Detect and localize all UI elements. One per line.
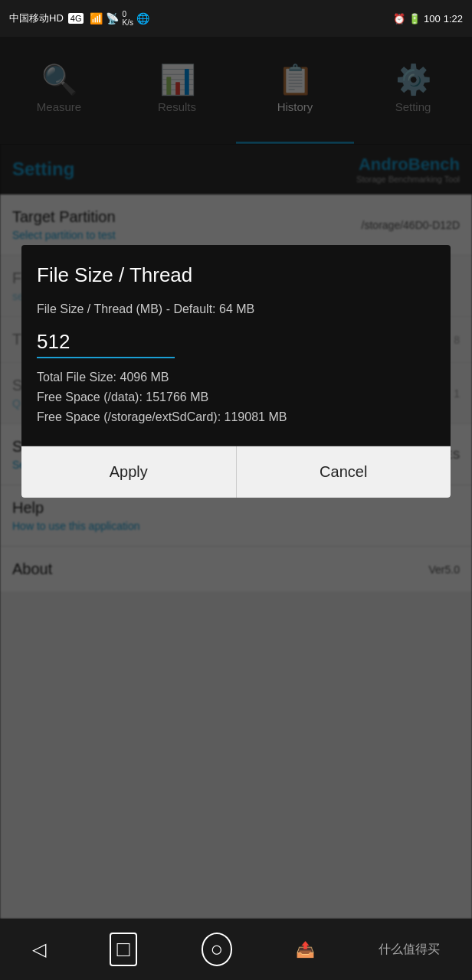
signal-icon: 📶	[90, 12, 103, 24]
apply-button[interactable]: Apply	[21, 446, 237, 498]
wifi-icon: 📡	[106, 12, 119, 24]
dialog-label: File Size / Thread (MB) - Default: 64 MB	[37, 302, 435, 316]
bottom-nav: ◁ □ ○ 📤 什么值得买	[0, 919, 472, 980]
speed-text: 0K/s	[122, 10, 133, 27]
network-badge: 4G	[68, 13, 84, 24]
battery-text: 100	[424, 13, 441, 24]
cancel-button[interactable]: Cancel	[237, 446, 451, 498]
dialog-actions: Apply Cancel	[21, 446, 451, 498]
dialog-title: File Size / Thread	[37, 263, 435, 287]
recents-button[interactable]: ○	[202, 933, 233, 966]
battery-icon: 🔋	[408, 13, 421, 24]
home-button[interactable]: □	[110, 933, 138, 966]
file-size-input[interactable]	[37, 327, 175, 358]
globe-icon: 🌐	[136, 12, 149, 24]
comment-icon: 什么值得买	[379, 942, 440, 958]
time-text: 1:22	[444, 13, 463, 24]
file-size-dialog: File Size / Thread File Size / Thread (M…	[21, 245, 451, 498]
share-icon[interactable]: 📤	[296, 940, 315, 959]
dialog-body: File Size / Thread File Size / Thread (M…	[21, 245, 451, 446]
free-space-storage-info: Free Space (/storage/extSdCard): 119081 …	[37, 410, 435, 424]
status-bar: 中国移动HD 4G 📶 📡 0K/s 🌐 ⏰ 🔋 100 1:22	[0, 0, 472, 37]
total-file-size-info: Total File Size: 4096 MB	[37, 371, 435, 384]
status-right: ⏰ 🔋 100 1:22	[393, 13, 463, 24]
back-button[interactable]: ◁	[32, 939, 46, 960]
carrier-text: 中国移动HD	[9, 11, 64, 25]
free-space-data-info: Free Space (/data): 151766 MB	[37, 390, 435, 404]
alarm-icon: ⏰	[393, 13, 405, 24]
status-left: 中国移动HD 4G 📶 📡 0K/s 🌐	[9, 10, 149, 27]
dialog-input-wrap	[37, 327, 435, 358]
